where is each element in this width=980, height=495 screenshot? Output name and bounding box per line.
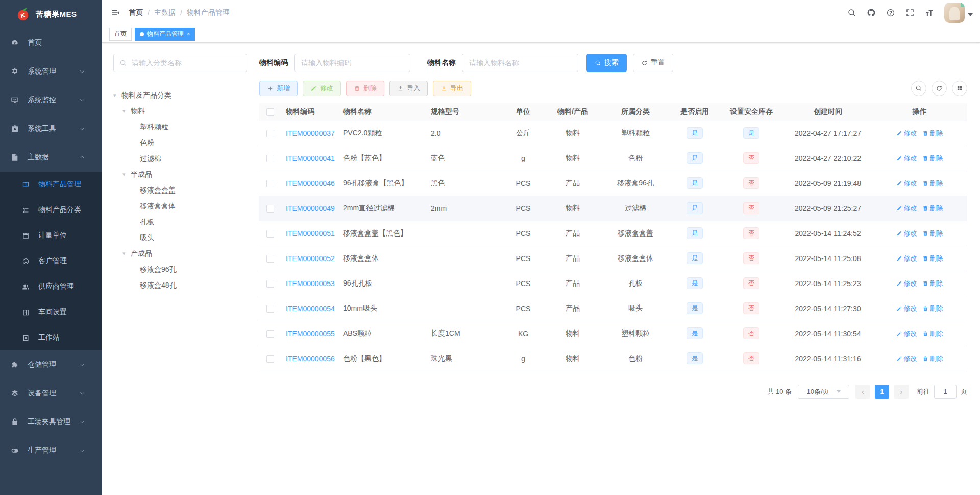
refresh-table-button[interactable]	[932, 81, 947, 96]
sidebar-item-home[interactable]: 首页	[0, 29, 102, 57]
help-icon[interactable]	[886, 8, 895, 17]
row-checkbox[interactable]	[266, 180, 274, 187]
search-button[interactable]: 搜索	[586, 54, 627, 72]
column-settings-button[interactable]	[952, 81, 967, 96]
tree-expand-caret[interactable]: ▾	[113, 92, 121, 99]
tree-node[interactable]: ▾物料	[113, 103, 247, 119]
row-checkbox[interactable]	[266, 230, 274, 238]
sidebar-item-system-monitor[interactable]: 系统监控	[0, 86, 102, 114]
material-code-link[interactable]: ITEM00000055	[286, 329, 335, 338]
sidebar-item-material-product-management[interactable]: 物料产品管理	[0, 172, 102, 197]
sidebar-item-warehouse-management[interactable]: 仓储管理	[0, 350, 102, 379]
row-delete-link[interactable]: 删除	[922, 279, 943, 288]
tree-node[interactable]: ▾半成品	[113, 167, 247, 182]
material-code-link[interactable]: ITEM00000041	[286, 154, 335, 162]
row-checkbox[interactable]	[266, 330, 274, 338]
page-size-select[interactable]: 10条/页	[798, 385, 849, 399]
font-size-icon[interactable]	[925, 8, 934, 17]
app-logo[interactable]: K 苦糖果MES	[0, 0, 102, 29]
sidebar-item-workshop-settings[interactable]: 车间设置	[0, 299, 102, 325]
tab-home[interactable]: 首页	[109, 28, 132, 41]
row-checkbox[interactable]	[266, 280, 274, 288]
select-all-checkbox[interactable]	[266, 108, 274, 116]
tree-node[interactable]: 塑料颗粒	[113, 119, 247, 135]
next-page-button[interactable]: ›	[894, 385, 909, 399]
row-checkbox[interactable]	[266, 355, 274, 363]
row-edit-link[interactable]: 修改	[896, 204, 917, 213]
row-delete-link[interactable]: 删除	[922, 354, 943, 363]
material-code-link[interactable]: ITEM00000046	[286, 179, 335, 187]
close-icon[interactable]: ×	[187, 31, 190, 37]
tree-node[interactable]: 过滤棉	[113, 151, 247, 167]
row-edit-link[interactable]: 修改	[896, 129, 917, 138]
row-delete-link[interactable]: 删除	[922, 229, 943, 238]
caret-down-icon[interactable]	[968, 13, 973, 16]
row-delete-link[interactable]: 删除	[922, 329, 943, 338]
material-name-input[interactable]	[462, 54, 578, 72]
sidebar-item-system-management[interactable]: 系统管理	[0, 57, 102, 86]
github-icon[interactable]	[867, 8, 876, 17]
row-edit-link[interactable]: 修改	[896, 179, 917, 188]
delete-button[interactable]: 删除	[346, 81, 384, 96]
sidebar-item-workstation[interactable]: 工作站	[0, 325, 102, 350]
row-checkbox[interactable]	[266, 155, 274, 162]
breadcrumb-home[interactable]: 首页	[129, 8, 143, 17]
sidebar-item-customer-management[interactable]: 客户管理	[0, 248, 102, 274]
row-checkbox[interactable]	[266, 305, 274, 313]
user-avatar[interactable]	[944, 3, 965, 23]
row-delete-link[interactable]: 删除	[922, 254, 943, 263]
export-button[interactable]: 导出	[433, 81, 471, 96]
row-edit-link[interactable]: 修改	[896, 229, 917, 238]
material-code-link[interactable]: ITEM00000053	[286, 279, 335, 288]
page-1-button[interactable]: 1	[875, 385, 889, 399]
tab-material-product-management[interactable]: 物料产品管理×	[135, 28, 195, 41]
sidebar-item-main-data[interactable]: 主数据	[0, 143, 102, 172]
prev-page-button[interactable]: ‹	[855, 385, 870, 399]
search-icon[interactable]	[847, 8, 856, 17]
material-code-link[interactable]: ITEM00000051	[286, 229, 335, 238]
row-delete-link[interactable]: 删除	[922, 179, 943, 188]
tree-node[interactable]: ▾物料及产品分类	[113, 87, 247, 103]
material-code-input[interactable]	[294, 54, 410, 72]
sidebar-item-production-management[interactable]: 生产管理	[0, 436, 102, 465]
edit-button[interactable]: 修改	[303, 81, 341, 96]
row-edit-link[interactable]: 修改	[896, 254, 917, 263]
row-checkbox[interactable]	[266, 255, 274, 263]
tree-node[interactable]: 移液盒盒体	[113, 198, 247, 214]
tree-node[interactable]: 吸头	[113, 230, 247, 246]
row-edit-link[interactable]: 修改	[896, 329, 917, 338]
row-delete-link[interactable]: 删除	[922, 204, 943, 213]
tree-expand-caret[interactable]: ▾	[122, 171, 131, 178]
tree-search-input[interactable]	[132, 59, 241, 67]
row-delete-link[interactable]: 删除	[922, 304, 943, 313]
row-edit-link[interactable]: 修改	[896, 304, 917, 313]
hamburger-icon[interactable]	[110, 8, 120, 18]
tree-node[interactable]: ▾产成品	[113, 246, 247, 262]
row-edit-link[interactable]: 修改	[896, 279, 917, 288]
tree-node[interactable]: 移液盒96孔	[113, 262, 247, 277]
row-delete-link[interactable]: 删除	[922, 129, 943, 138]
material-code-link[interactable]: ITEM00000037	[286, 129, 335, 137]
tree-node[interactable]: 色粉	[113, 135, 247, 151]
row-checkbox[interactable]	[266, 205, 274, 213]
row-edit-link[interactable]: 修改	[896, 154, 917, 163]
tree-expand-caret[interactable]: ▾	[122, 108, 131, 114]
tree-node[interactable]: 移液盒48孔	[113, 277, 247, 293]
reset-button[interactable]: 重置	[633, 54, 673, 72]
sidebar-item-measurement-unit[interactable]: 计量单位	[0, 223, 102, 248]
row-delete-link[interactable]: 删除	[922, 154, 943, 163]
fullscreen-icon[interactable]	[905, 8, 915, 17]
sidebar-item-material-product-category[interactable]: 物料产品分类	[0, 197, 102, 223]
material-code-link[interactable]: ITEM00000054	[286, 304, 335, 313]
sidebar-item-tooling-fixture-management[interactable]: 工装夹具管理	[0, 408, 102, 436]
tree-expand-caret[interactable]: ▾	[122, 250, 131, 257]
sidebar-item-supplier-management[interactable]: 供应商管理	[0, 274, 102, 299]
row-checkbox[interactable]	[266, 130, 274, 137]
goto-page-input[interactable]	[934, 385, 957, 399]
tree-node[interactable]: 孔板	[113, 214, 247, 230]
toggle-search-button[interactable]	[911, 81, 926, 96]
row-edit-link[interactable]: 修改	[896, 354, 917, 363]
material-code-link[interactable]: ITEM00000049	[286, 204, 335, 213]
add-button[interactable]: 新增	[259, 81, 298, 96]
user-menu[interactable]	[944, 3, 973, 23]
